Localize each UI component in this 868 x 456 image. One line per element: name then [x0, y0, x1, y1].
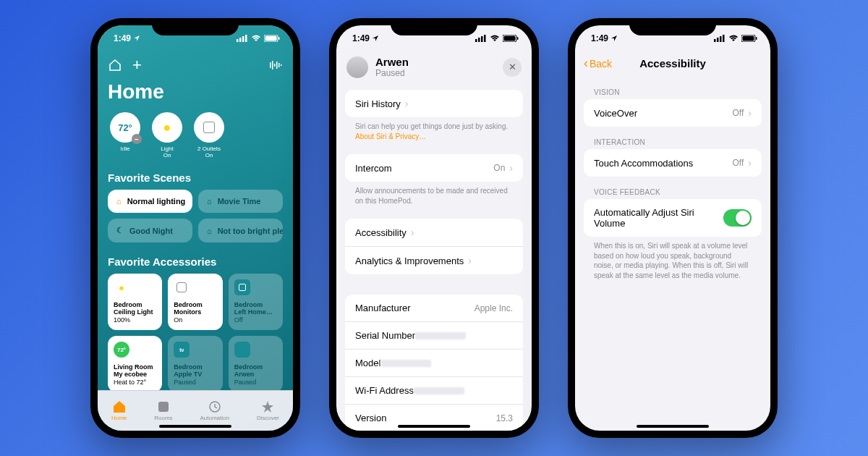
svg-rect-23 — [717, 38, 719, 42]
nav-bar: ‹Back Accessibility — [575, 51, 770, 77]
row-auto-siri-volume: Automatically Adjust Siri Volume — [584, 199, 762, 237]
broadcast-icon[interactable] — [268, 59, 283, 71]
accessories-header: Favorite Accessories — [108, 256, 283, 268]
house-icon: ⌂ — [116, 197, 122, 206]
auto-volume-footer: When this is on, Siri will speak at a vo… — [584, 237, 762, 284]
chevron-right-icon: › — [405, 98, 409, 109]
svg-rect-21 — [517, 37, 519, 40]
svg-rect-7 — [270, 62, 271, 68]
notch — [629, 18, 716, 35]
scenes-header: Favorite Scenes — [108, 172, 283, 184]
tile-ecobee[interactable]: 72° Living RoomMy ecobeeHeat to 72° — [108, 336, 162, 390]
moon-icon: ☾ — [116, 226, 124, 235]
home-indicator[interactable] — [398, 425, 470, 428]
chevron-right-icon: › — [509, 162, 513, 174]
svg-rect-6 — [278, 37, 280, 40]
tab-discover[interactable]: Discover — [257, 400, 279, 421]
row-manufacturer: ManufacturerApple Inc. — [345, 295, 523, 322]
svg-rect-10 — [276, 62, 278, 69]
tile-arwen[interactable]: BedroomArwenPaused — [229, 336, 283, 390]
svg-rect-2 — [242, 36, 244, 42]
svg-rect-24 — [720, 36, 722, 42]
tile-left-home[interactable]: BedroomLeft Home…Off — [229, 274, 283, 330]
section-vision: Vision — [584, 77, 762, 99]
tile-ceiling-light[interactable]: ● BedroomCeiling Light100% — [108, 274, 162, 330]
wifi-icon — [728, 35, 739, 42]
homepod-icon — [346, 56, 368, 78]
row-accessibility[interactable]: Accessibility› — [345, 219, 523, 247]
page-title: Home — [108, 80, 283, 104]
add-button[interactable]: + — [132, 56, 142, 75]
tile-monitors[interactable]: BedroomMonitorsOn — [168, 274, 222, 330]
svg-rect-27 — [743, 36, 754, 41]
location-icon — [133, 35, 140, 42]
appletv-icon: tv — [174, 342, 190, 358]
row-touch-accommodations[interactable]: Touch AccommodationsOff› — [584, 149, 762, 177]
row-serial: Serial Number — [345, 322, 523, 350]
tab-automation[interactable]: Automation — [200, 400, 229, 421]
light-pill[interactable]: ● — [152, 112, 182, 143]
battery-icon — [264, 35, 280, 42]
redacted-value — [414, 387, 464, 394]
chevron-right-icon: › — [468, 255, 472, 266]
section-voice-feedback: Voice Feedback — [584, 177, 762, 199]
bulb-icon: ● — [114, 279, 129, 295]
siri-footer: Siri can help you get things done just b… — [345, 117, 523, 145]
intercom-footer: Allow announcements to be made and recei… — [345, 182, 523, 210]
scene-movie-time[interactable]: ⌂Movie Time — [198, 190, 283, 213]
svg-rect-16 — [478, 38, 480, 42]
chevron-right-icon: › — [411, 227, 414, 238]
homepod-icon — [234, 342, 250, 358]
outlet-icon — [203, 122, 215, 133]
svg-rect-28 — [756, 37, 757, 40]
svg-rect-13 — [158, 402, 169, 412]
row-siri-history[interactable]: Siri History› — [345, 90, 523, 117]
row-intercom[interactable]: IntercomOn› — [345, 154, 523, 182]
row-voiceover[interactable]: VoiceOverOff› — [584, 99, 762, 127]
toggle-auto-volume[interactable] — [723, 209, 752, 227]
bulb-icon: ● — [163, 120, 171, 135]
back-button[interactable]: ‹Back — [584, 56, 612, 71]
row-analytics[interactable]: Analytics & Improvements› — [345, 247, 523, 274]
svg-rect-8 — [272, 61, 273, 69]
battery-icon — [503, 35, 519, 42]
scene-not-too-bright[interactable]: ⌂Not too bright please — [198, 219, 283, 242]
page-title: Accessibility — [639, 57, 706, 69]
outlet-pill[interactable] — [194, 112, 224, 143]
tile-apple-tv[interactable]: tv BedroomApple TVPaused — [168, 336, 222, 390]
home-nav: + — [108, 56, 283, 75]
close-button[interactable]: ✕ — [503, 58, 522, 77]
svg-rect-12 — [281, 64, 282, 66]
row-wifi-address: Wi-Fi Address — [345, 377, 523, 405]
signal-icon — [237, 35, 248, 42]
svg-rect-1 — [239, 38, 242, 42]
siri-privacy-link[interactable]: About Siri & Privacy… — [355, 132, 426, 140]
svg-rect-15 — [475, 39, 477, 42]
tab-home[interactable]: Home — [111, 400, 127, 421]
thermostat-icon: 72° — [114, 342, 129, 358]
chevron-right-icon: › — [748, 157, 752, 169]
status-pills: 72°− Idle ● Light On 2 Outlets On — [108, 112, 283, 159]
device-header: Arwen Paused ✕ — [336, 51, 532, 87]
svg-rect-5 — [265, 36, 277, 41]
home-indicator[interactable] — [159, 425, 231, 428]
chevron-right-icon: › — [748, 107, 752, 119]
signal-icon — [475, 35, 487, 42]
scene-good-night[interactable]: ☾Good Night — [108, 219, 192, 242]
tab-rooms[interactable]: Rooms — [154, 400, 172, 421]
device-status: Paused — [375, 68, 409, 78]
home-icon[interactable] — [108, 58, 122, 72]
scene-normal-lighting[interactable]: ⌂Normal lighting — [108, 190, 192, 213]
redacted-value — [380, 360, 431, 367]
svg-rect-22 — [714, 39, 716, 42]
signal-icon — [714, 35, 726, 42]
device-name: Arwen — [375, 56, 409, 68]
outlet-icon — [174, 279, 190, 295]
svg-rect-11 — [278, 63, 280, 67]
status-time: 1:49 — [114, 33, 131, 43]
climate-pill[interactable]: 72°− — [110, 112, 140, 143]
outlet-icon — [234, 279, 250, 295]
svg-rect-17 — [481, 36, 483, 42]
svg-rect-25 — [723, 35, 725, 42]
home-indicator[interactable] — [637, 425, 709, 428]
